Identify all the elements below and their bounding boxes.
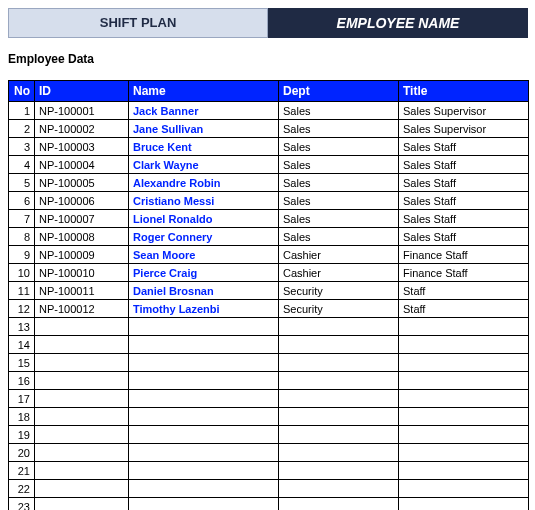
cell-title[interactable] [399, 462, 529, 480]
table-row[interactable]: 5NP-100005Alexandre RobinSalesSales Staf… [9, 174, 529, 192]
cell-name[interactable] [129, 336, 279, 354]
cell-id[interactable]: NP-100007 [35, 210, 129, 228]
cell-name[interactable] [129, 462, 279, 480]
cell-no[interactable]: 23 [9, 498, 35, 511]
cell-name[interactable]: Clark Wayne [129, 156, 279, 174]
cell-title[interactable] [399, 336, 529, 354]
cell-title[interactable] [399, 354, 529, 372]
table-row[interactable]: 2NP-100002Jane SullivanSalesSales Superv… [9, 120, 529, 138]
cell-no[interactable]: 14 [9, 336, 35, 354]
cell-title[interactable]: Sales Supervisor [399, 120, 529, 138]
cell-no[interactable]: 16 [9, 372, 35, 390]
cell-title[interactable]: Sales Staff [399, 174, 529, 192]
cell-id[interactable] [35, 354, 129, 372]
cell-id[interactable]: NP-100011 [35, 282, 129, 300]
cell-title[interactable] [399, 372, 529, 390]
cell-no[interactable]: 18 [9, 408, 35, 426]
cell-id[interactable] [35, 408, 129, 426]
cell-no[interactable]: 4 [9, 156, 35, 174]
cell-dept[interactable] [279, 390, 399, 408]
cell-name[interactable] [129, 480, 279, 498]
cell-dept[interactable]: Sales [279, 228, 399, 246]
table-row[interactable]: 1NP-100001Jack BannerSalesSales Supervis… [9, 102, 529, 120]
cell-name[interactable]: Alexandre Robin [129, 174, 279, 192]
cell-id[interactable]: NP-100012 [35, 300, 129, 318]
table-row[interactable]: 23 [9, 498, 529, 511]
cell-name[interactable]: Bruce Kent [129, 138, 279, 156]
cell-name[interactable]: Jane Sullivan [129, 120, 279, 138]
cell-dept[interactable] [279, 372, 399, 390]
cell-title[interactable] [399, 480, 529, 498]
cell-dept[interactable] [279, 354, 399, 372]
cell-dept[interactable]: Sales [279, 156, 399, 174]
cell-dept[interactable] [279, 426, 399, 444]
cell-title[interactable]: Finance Staff [399, 246, 529, 264]
cell-no[interactable]: 12 [9, 300, 35, 318]
cell-id[interactable]: NP-100003 [35, 138, 129, 156]
cell-name[interactable] [129, 408, 279, 426]
cell-title[interactable] [399, 444, 529, 462]
cell-no[interactable]: 9 [9, 246, 35, 264]
cell-no[interactable]: 10 [9, 264, 35, 282]
cell-id[interactable] [35, 390, 129, 408]
cell-dept[interactable] [279, 480, 399, 498]
cell-dept[interactable] [279, 462, 399, 480]
table-row[interactable]: 14 [9, 336, 529, 354]
cell-id[interactable] [35, 498, 129, 511]
cell-no[interactable]: 6 [9, 192, 35, 210]
cell-name[interactable] [129, 390, 279, 408]
cell-title[interactable]: Sales Staff [399, 228, 529, 246]
cell-title[interactable] [399, 408, 529, 426]
cell-title[interactable]: Staff [399, 282, 529, 300]
cell-dept[interactable]: Sales [279, 210, 399, 228]
cell-dept[interactable] [279, 498, 399, 511]
cell-name[interactable]: Sean Moore [129, 246, 279, 264]
cell-dept[interactable]: Cashier [279, 264, 399, 282]
cell-id[interactable]: NP-100005 [35, 174, 129, 192]
cell-title[interactable]: Sales Staff [399, 210, 529, 228]
cell-no[interactable]: 13 [9, 318, 35, 336]
cell-name[interactable] [129, 372, 279, 390]
table-row[interactable]: 11NP-100011Daniel BrosnanSecurityStaff [9, 282, 529, 300]
cell-name[interactable]: Cristiano Messi [129, 192, 279, 210]
table-row[interactable]: 12NP-100012Timothy LazenbiSecurityStaff [9, 300, 529, 318]
cell-dept[interactable]: Security [279, 282, 399, 300]
cell-title[interactable]: Sales Staff [399, 192, 529, 210]
cell-id[interactable]: NP-100009 [35, 246, 129, 264]
table-row[interactable]: 10NP-100010Pierce CraigCashierFinance St… [9, 264, 529, 282]
cell-name[interactable]: Jack Banner [129, 102, 279, 120]
cell-id[interactable]: NP-100001 [35, 102, 129, 120]
cell-dept[interactable] [279, 318, 399, 336]
cell-name[interactable] [129, 318, 279, 336]
table-row[interactable]: 18 [9, 408, 529, 426]
table-row[interactable]: 19 [9, 426, 529, 444]
cell-no[interactable]: 17 [9, 390, 35, 408]
cell-no[interactable]: 15 [9, 354, 35, 372]
cell-name[interactable] [129, 498, 279, 511]
cell-id[interactable] [35, 426, 129, 444]
cell-id[interactable] [35, 444, 129, 462]
cell-id[interactable] [35, 336, 129, 354]
cell-dept[interactable]: Sales [279, 192, 399, 210]
cell-dept[interactable]: Sales [279, 102, 399, 120]
cell-no[interactable]: 11 [9, 282, 35, 300]
cell-title[interactable]: Sales Staff [399, 138, 529, 156]
cell-id[interactable] [35, 318, 129, 336]
cell-dept[interactable] [279, 444, 399, 462]
cell-dept[interactable]: Sales [279, 138, 399, 156]
table-row[interactable]: 7NP-100007Lionel RonaldoSalesSales Staff [9, 210, 529, 228]
cell-no[interactable]: 19 [9, 426, 35, 444]
table-row[interactable]: 13 [9, 318, 529, 336]
cell-id[interactable] [35, 480, 129, 498]
cell-title[interactable]: Sales Staff [399, 156, 529, 174]
cell-name[interactable]: Lionel Ronaldo [129, 210, 279, 228]
cell-title[interactable]: Sales Supervisor [399, 102, 529, 120]
cell-no[interactable]: 1 [9, 102, 35, 120]
table-row[interactable]: 4NP-100004Clark WayneSalesSales Staff [9, 156, 529, 174]
cell-no[interactable]: 20 [9, 444, 35, 462]
cell-id[interactable]: NP-100006 [35, 192, 129, 210]
cell-id[interactable] [35, 372, 129, 390]
cell-name[interactable]: Pierce Craig [129, 264, 279, 282]
table-row[interactable]: 21 [9, 462, 529, 480]
cell-id[interactable]: NP-100008 [35, 228, 129, 246]
